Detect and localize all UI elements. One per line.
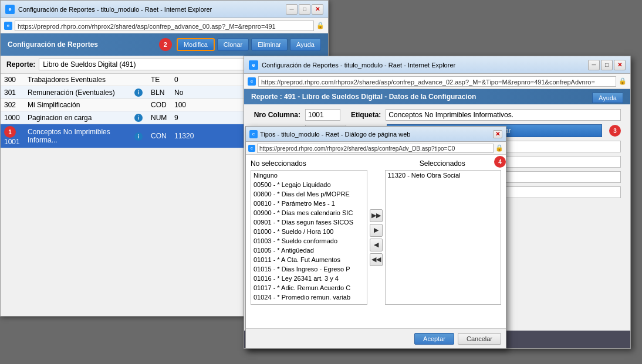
second-maximize-button[interactable]: □: [601, 60, 613, 70]
info-icon[interactable]: i: [134, 132, 143, 141]
dialog-lock-icon: 🔒: [495, 144, 504, 152]
dialog-footer: Aceptar Cancelar: [246, 328, 506, 348]
list-item[interactable]: 00900 - * Días mes calendario SIC: [251, 208, 367, 217]
aceptar-button[interactable]: Aceptar: [414, 333, 454, 345]
list-item[interactable]: 00500 - * Legajo Liquidado: [251, 180, 367, 189]
nro-columna-input[interactable]: [305, 109, 340, 121]
list-item[interactable]: 01016 - * Ley 26341 art. 3 y 4: [251, 274, 367, 283]
config-panel-title: Reporte : 491 - Libro de Sueldos Digital…: [244, 89, 630, 104]
main-window-title: Configuración de Reportes - titulo_modul…: [18, 6, 282, 13]
badge-3: 3: [609, 125, 621, 137]
dialog-lists-header: No seleccionados Seleccionados 4: [251, 159, 501, 168]
no-seleccionados-list[interactable]: Ninguno00500 - * Legajo Liquidado00800 -…: [251, 170, 367, 305]
row-num: 1000: [1, 111, 24, 124]
header-buttons: 2 Modifica Clonar Eliminar Ayuda: [159, 38, 321, 51]
main-url[interactable]: https://preprod.rhpro.com/rhprox2/shared…: [15, 21, 314, 31]
row-name: Trabajadores Eventuales: [24, 74, 130, 86]
list-item[interactable]: 01005 - * Antigüedad: [251, 246, 367, 255]
move-all-left-button[interactable]: ◀◀: [370, 253, 383, 266]
reporte-label: Reporte:: [6, 60, 35, 69]
second-addressbar-icon: e: [248, 77, 256, 86]
second-lock-icon: 🔒: [619, 77, 627, 85]
second-window-title: Configuración de Reportes - titulo_modul…: [262, 62, 584, 69]
cancelar-button[interactable]: Cancelar: [458, 333, 501, 345]
list-item[interactable]: 01024 - * Promedio remun. variab: [251, 292, 367, 302]
move-right-button[interactable]: ▶: [370, 224, 383, 237]
info-icon[interactable]: i: [134, 114, 143, 122]
addressbar-ie-icon: e: [4, 22, 12, 30]
etiqueta-input[interactable]: [386, 109, 621, 121]
list-item[interactable]: 00901 - * Días segun fases SICOS: [251, 217, 367, 227]
row-name: Paginacion en carga: [24, 111, 130, 124]
dialog-url[interactable]: https://preprod.rhpro.com/rhprox2/shared…: [257, 144, 494, 153]
second-ie-icon: e: [249, 60, 258, 70]
badge-4: 4: [494, 156, 506, 168]
ayuda-button[interactable]: Ayuda: [290, 38, 321, 51]
dialog-content: No seleccionados Seleccionados 4 Ninguno…: [246, 155, 506, 309]
list-item[interactable]: 00800 - * Dias del Mes p/MOPRE: [251, 189, 367, 199]
move-left-button[interactable]: ◀: [370, 239, 383, 251]
nro-columna-label: Nro Columna:: [254, 111, 300, 119]
second-titlebar: e Configuración de Reportes - titulo_mod…: [244, 56, 630, 74]
minimize-button[interactable]: ─: [286, 4, 298, 15]
seleccionados-list[interactable]: 11320 - Neto Obra Social: [385, 170, 502, 305]
seleccionados-header: Seleccionados 4: [384, 159, 502, 168]
modifica-button[interactable]: Modifica: [177, 38, 215, 51]
row-num: 302: [1, 99, 24, 111]
seleccionados-title: Seleccionados: [420, 159, 465, 168]
list-item[interactable]: Ninguno: [251, 171, 367, 180]
badge-2: 2: [159, 38, 172, 51]
list-item[interactable]: 00810 - * Parámetro Mes - 1: [251, 199, 367, 208]
etiqueta-label: Etiqueta:: [351, 111, 381, 119]
list-item[interactable]: 01000 - * Sueldo / Hora 100: [251, 227, 367, 236]
dialog-ie-icon: e: [249, 130, 258, 138]
ie-icon: e: [5, 5, 15, 14]
panel-title-text: Reporte : 491 - Libro de Sueldos Digital…: [251, 93, 476, 101]
row-code: NUM: [147, 111, 171, 124]
row-code: CON: [147, 124, 171, 148]
dialog-addressbar: e https://preprod.rhpro.com/rhprox2/shar…: [246, 142, 506, 155]
row-name: Mi Simplificación: [24, 99, 130, 111]
row-info: i: [130, 124, 147, 148]
row-code: BLN: [147, 86, 171, 99]
clonar-button[interactable]: Clonar: [217, 38, 249, 51]
list-item[interactable]: 01017 - * Adic. Remun.Acuerdo C: [251, 283, 367, 292]
row-code: COD: [147, 99, 171, 111]
second-ayuda-button[interactable]: Ayuda: [592, 93, 623, 103]
list-item[interactable]: 01015 - * Dias Ingreso - Egreso P: [251, 264, 367, 274]
list-item[interactable]: 01003 - * Sueldo conformado: [251, 236, 367, 246]
arrow-buttons: ▶▶ ▶ ◀ ◀◀: [370, 170, 383, 305]
app-header-title: Configuración de Reportes: [8, 40, 159, 49]
second-minimize-button[interactable]: ─: [588, 60, 600, 70]
list-item[interactable]: 01028 - * Promedio rem.var 6 M y: [251, 302, 367, 305]
second-url[interactable]: https://preprod.rhpro.com/rhprox2/shared…: [258, 76, 616, 87]
dialog-addressbar-icon: e: [248, 145, 255, 152]
second-close-button[interactable]: ✕: [614, 60, 626, 70]
dialog-title: Tipos - titulo_modulo - Raet - Diálogo d…: [260, 131, 491, 138]
no-seleccionados-title: No seleccionados: [251, 159, 369, 168]
main-window-controls: ─ □ ✕: [286, 4, 323, 15]
dialog-close-button[interactable]: ✕: [493, 130, 502, 138]
move-all-right-button[interactable]: ▶▶: [370, 209, 383, 222]
second-window-controls: ─ □ ✕: [588, 60, 626, 70]
row-code: TE: [147, 74, 171, 86]
app-header: Configuración de Reportes 2 Modifica Clo…: [1, 33, 328, 56]
list-item[interactable]: 11320 - Neto Obra Social: [386, 171, 501, 180]
row-num: 300: [1, 74, 24, 86]
close-button[interactable]: ✕: [312, 4, 323, 15]
row-info: i: [130, 86, 147, 99]
badge-1: 1: [4, 126, 16, 138]
nro-columna-row: Nro Columna: Etiqueta:: [254, 109, 621, 121]
maximize-button[interactable]: □: [299, 4, 310, 15]
row-num: 301: [1, 86, 24, 99]
row-name: Conceptos No Imprimibles Informa...: [24, 124, 130, 148]
eliminar-button[interactable]: Eliminar: [251, 38, 288, 51]
row-info: [130, 99, 147, 111]
dialog-lists: Ninguno00500 - * Legajo Liquidado00800 -…: [251, 170, 501, 305]
main-addressbar: e https://preprod.rhpro.com/rhprox2/shar…: [1, 18, 328, 33]
row-info: i: [130, 111, 147, 124]
main-titlebar: e Configuración de Reportes - titulo_mod…: [1, 1, 328, 18]
row-info: [130, 74, 147, 86]
list-item[interactable]: 01011 - * A Cta. Fut Aumentos: [251, 255, 367, 264]
info-icon[interactable]: i: [134, 89, 143, 97]
